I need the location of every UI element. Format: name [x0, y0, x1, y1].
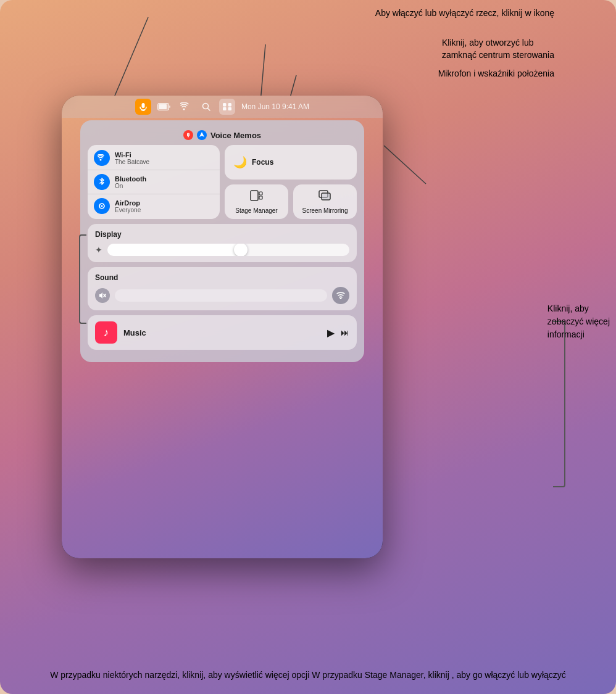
voice-memos-header: 🎙 Voice Memos [88, 128, 357, 145]
annotation-top-3: Mikrofon i wskaźniki położenia [438, 68, 554, 80]
bottom-right-buttons: Stage Manager Screen Mirroring [225, 184, 357, 219]
network-bracket [79, 234, 86, 324]
svg-rect-13 [223, 103, 227, 107]
display-label: Display [95, 230, 349, 239]
svg-point-10 [183, 109, 185, 110]
net-divider-2 [88, 194, 220, 194]
screen-mirroring-label: Screen Mirroring [302, 207, 348, 214]
screen-mirroring-icon [318, 189, 332, 205]
net-divider-1 [88, 170, 220, 170]
wifi-menu-icon [177, 99, 193, 115]
bluetooth-icon [94, 174, 110, 190]
control-center-panel: 🎙 Voice Memos [80, 120, 364, 362]
airdrop-icon [94, 198, 110, 214]
svg-rect-22 [259, 196, 262, 199]
airdrop-item[interactable]: AirDrop Everyone [94, 198, 214, 214]
svg-rect-8 [159, 104, 167, 109]
focus-label: Focus [252, 158, 273, 167]
mute-icon[interactable] [95, 288, 110, 303]
sound-label: Sound [95, 273, 349, 282]
play-button[interactable]: ▶ [327, 327, 335, 339]
display-slider-fill [107, 244, 241, 256]
svg-rect-24 [322, 193, 330, 200]
right-panel: 🌙 Focus [225, 145, 357, 219]
display-section: Display ✦ [88, 224, 357, 262]
wifi-item[interactable]: Wi-Fi The Batcave [94, 150, 214, 166]
menu-bar: Mon Jun 10 9:41 AM [62, 96, 383, 118]
search-menu-icon[interactable] [198, 99, 214, 115]
focus-moon-icon: 🌙 [233, 155, 247, 169]
display-slider-thumb[interactable] [234, 244, 248, 256]
display-slider-row: ✦ [95, 244, 349, 256]
menu-bar-icons [135, 99, 235, 115]
svg-rect-9 [169, 105, 170, 108]
network-panel: Wi-Fi The Batcave Bluetooth [88, 145, 220, 219]
music-app-icon: ♪ [95, 321, 117, 344]
bluetooth-text: Bluetooth On [115, 175, 146, 189]
screen-mirroring-button[interactable]: Screen Mirroring [293, 184, 357, 219]
location-icon [197, 130, 207, 140]
svg-rect-4 [141, 103, 144, 108]
annotation-right: Kliknij, aby zobaczyć więcej informacji [547, 302, 610, 341]
airplay-icon[interactable] [332, 287, 349, 304]
focus-button[interactable]: 🌙 Focus [225, 145, 357, 180]
wifi-icon [94, 150, 110, 166]
music-controls: ▶ ⏭ [327, 327, 349, 339]
svg-line-12 [207, 109, 210, 111]
fast-forward-button[interactable]: ⏭ [341, 328, 349, 337]
annotation-bottom: W przypadku niektórych narzędzi, kliknij… [31, 668, 585, 682]
device-frame: Mon Jun 10 9:41 AM 🎙 Voice Memos [62, 96, 383, 558]
svg-rect-20 [251, 191, 258, 200]
stage-manager-button[interactable]: Stage Manager [225, 184, 288, 219]
microphone-menu-icon[interactable] [135, 99, 151, 115]
bluetooth-item[interactable]: Bluetooth On [94, 174, 214, 190]
music-row: ♪ Music ▶ ⏭ [95, 321, 349, 344]
sound-section: Sound [88, 267, 357, 310]
svg-point-19 [101, 205, 103, 207]
stage-manager-label: Stage Manager [235, 207, 277, 214]
control-center-menu-icon[interactable] [219, 99, 235, 115]
svg-rect-21 [259, 192, 262, 195]
voice-memos-mic-icon: 🎙 [183, 130, 193, 140]
music-section: ♪ Music ▶ ⏭ [88, 315, 357, 350]
music-label: Music [123, 328, 321, 337]
airdrop-text: AirDrop Everyone [115, 199, 141, 213]
voice-memos-label: Voice Memos [210, 131, 261, 140]
svg-point-17 [100, 159, 102, 161]
menu-bar-time: Mon Jun 10 9:41 AM [241, 102, 309, 111]
display-slider-track[interactable] [107, 244, 349, 256]
device-screen: Mon Jun 10 9:41 AM 🎙 Voice Memos [62, 96, 383, 558]
top-grid: Wi-Fi The Batcave Bluetooth [88, 145, 357, 219]
annotation-top-1: Aby włączyć lub wyłączyć rzecz, kliknij … [375, 7, 554, 20]
right-bracket [553, 321, 565, 487]
stage-manager-icon [250, 189, 264, 205]
brightness-icon: ✦ [95, 245, 102, 255]
svg-rect-16 [228, 107, 231, 111]
sound-slider-row [95, 287, 349, 304]
battery-menu-icon [156, 99, 172, 115]
sound-slider-track[interactable] [115, 289, 327, 302]
svg-rect-15 [223, 107, 227, 111]
wifi-text: Wi-Fi The Batcave [115, 151, 149, 165]
annotation-top-2: Kliknij, aby otworzyć lub zamknąć centru… [442, 37, 554, 61]
svg-rect-14 [228, 103, 231, 107]
